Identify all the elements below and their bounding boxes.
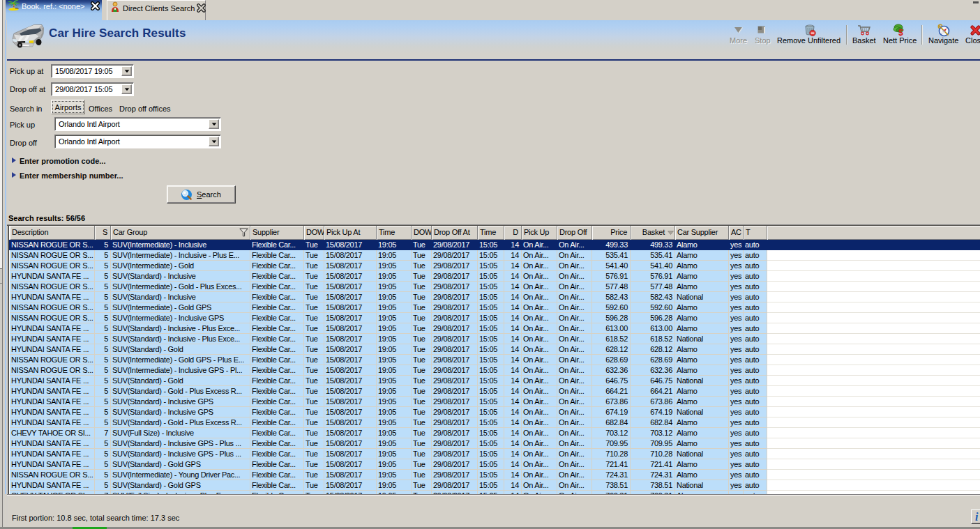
svg-text:$: $: [898, 28, 903, 36]
